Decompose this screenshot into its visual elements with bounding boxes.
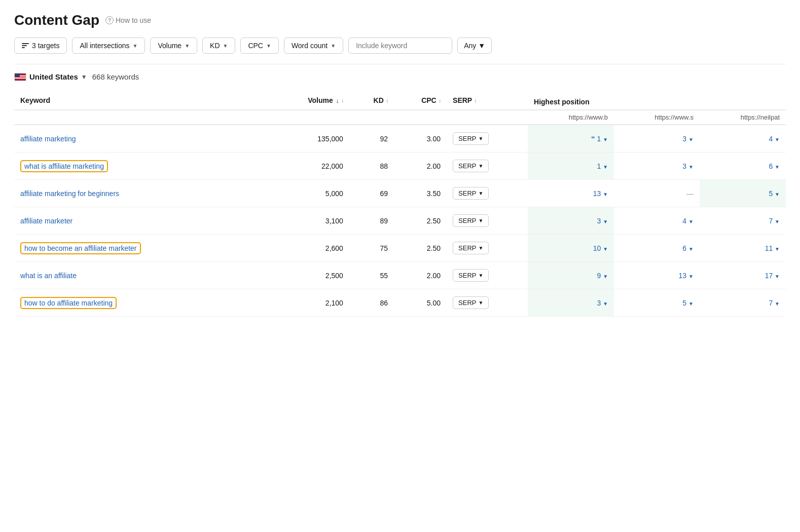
pos2-cell: 3 ▼ (614, 153, 700, 180)
page-title: Content Gap (14, 12, 99, 28)
pos1-cell: 9 ▼ (528, 262, 614, 289)
word-count-button[interactable]: Word count ▼ (284, 37, 343, 54)
keywords-count: 668 keywords (92, 72, 139, 81)
cpc-cell: 5.00 (394, 289, 447, 317)
kd-cell: 89 (349, 207, 394, 235)
volume-cell: 5,000 (270, 180, 349, 207)
volume-button[interactable]: Volume ▼ (150, 37, 197, 54)
us-flag-icon (14, 73, 26, 81)
kd-cell: 92 (349, 125, 394, 153)
volume-info-icon: i (342, 98, 343, 104)
serp-button[interactable]: SERP ▼ (453, 132, 489, 145)
serp-cell: SERP ▼ (447, 153, 528, 180)
serp-button[interactable]: SERP ▼ (453, 214, 489, 227)
cpc-button[interactable]: CPC ▼ (240, 37, 278, 54)
volume-cell: 3,100 (270, 207, 349, 235)
targets-button[interactable]: 3 targets (14, 37, 67, 54)
any-label: Any (464, 42, 476, 50)
table-row: what is affiliate marketing22,000882.00S… (14, 153, 786, 180)
pos3-cell: 4 ▼ (700, 125, 786, 153)
sub-col-3: https://neilpat (700, 110, 786, 125)
toolbar-divider (14, 64, 786, 64)
kd-cell: 55 (349, 262, 394, 289)
pos1-cell: “ 1 ▼ (528, 125, 614, 153)
volume-cell: 135,000 (270, 125, 349, 153)
cpc-header: CPC i (394, 91, 447, 110)
kd-label: KD (210, 42, 220, 50)
keyword-header: Keyword (14, 91, 270, 110)
question-icon: ? (105, 16, 114, 24)
keyword-cell: what is an affiliate (14, 262, 270, 289)
country-label: United States (29, 72, 78, 81)
volume-header: Volume ↓ i (270, 91, 349, 110)
volume-cell: 2,600 (270, 235, 349, 262)
serp-cell: SERP ▼ (447, 125, 528, 153)
cpc-cell: 2.50 (394, 235, 447, 262)
serp-button[interactable]: SERP ▼ (453, 160, 489, 172)
serp-cell: SERP ▼ (447, 207, 528, 235)
keyword-link[interactable]: affiliate marketer (20, 217, 72, 225)
keyword-link[interactable]: what is an affiliate (20, 272, 77, 280)
toolbar: 3 targets All intersections ▼ Volume ▼ K… (14, 37, 786, 54)
include-keyword-input[interactable] (348, 37, 452, 54)
location-button[interactable]: United States ▼ (14, 72, 87, 81)
serp-cell: SERP ▼ (447, 180, 528, 207)
cpc-cell: 3.50 (394, 180, 447, 207)
serp-button[interactable]: SERP ▼ (453, 242, 489, 254)
pos3-cell: 7 ▼ (700, 207, 786, 235)
sort-icon: ↓ (336, 97, 339, 104)
any-button[interactable]: Any ▼ (457, 37, 492, 54)
serp-button[interactable]: SERP ▼ (453, 187, 489, 200)
intersections-label: All intersections (80, 42, 129, 50)
pos1-cell: 3 ▼ (528, 207, 614, 235)
pos3-cell: 7 ▼ (700, 289, 786, 317)
kd-cell: 86 (349, 289, 394, 317)
location-row: United States ▼ 668 keywords (14, 72, 786, 81)
how-to-use-link[interactable]: ? How to use (105, 16, 151, 24)
intersections-button[interactable]: All intersections ▼ (72, 37, 145, 54)
cpc-cell: 2.00 (394, 262, 447, 289)
pos3-cell: 11 ▼ (700, 235, 786, 262)
table-row: affiliate marketing135,000923.00SERP ▼“ … (14, 125, 786, 153)
serp-cell: SERP ▼ (447, 235, 528, 262)
pos1-cell: 13 ▼ (528, 180, 614, 207)
keyword-cell: how to do affiliate marketing (14, 289, 270, 317)
chevron-down-icon: ▼ (133, 43, 138, 49)
keyword-link[interactable]: how to become an affiliate marketer (24, 244, 137, 252)
serp-button[interactable]: SERP ▼ (453, 269, 489, 282)
volume-cell: 22,000 (270, 153, 349, 180)
kd-cell: 69 (349, 180, 394, 207)
keyword-cell: what is affiliate marketing (14, 153, 270, 180)
chevron-down-icon: ▼ (185, 43, 190, 49)
sub-header-row: https://www.b https://www.s https://neil… (14, 110, 786, 125)
keyword-link[interactable]: what is affiliate marketing (24, 162, 104, 170)
serp-cell: SERP ▼ (447, 262, 528, 289)
cpc-cell: 2.00 (394, 153, 447, 180)
serp-cell: SERP ▼ (447, 289, 528, 317)
page-title-row: Content Gap ? How to use (14, 12, 786, 28)
keyword-cell: affiliate marketing (14, 125, 270, 153)
kd-button[interactable]: KD ▼ (202, 37, 235, 54)
pos3-cell: 17 ▼ (700, 262, 786, 289)
serp-info-icon: i (475, 98, 476, 104)
table-row: affiliate marketer3,100892.50SERP ▼3 ▼4 … (14, 207, 786, 235)
keyword-link[interactable]: affiliate marketing for beginners (20, 189, 119, 198)
how-to-use-label: How to use (116, 16, 151, 24)
pos3-cell: 5 ▼ (700, 180, 786, 207)
cpc-cell: 2.50 (394, 207, 447, 235)
volume-label: Volume (158, 42, 181, 50)
chevron-down-icon: ▼ (266, 43, 271, 49)
keyword-link[interactable]: how to do affiliate marketing (24, 299, 113, 307)
kd-cell: 88 (349, 153, 394, 180)
chevron-down-icon: ▼ (223, 43, 228, 49)
chevron-down-icon: ▼ (81, 73, 87, 81)
word-count-label: Word count (292, 42, 328, 50)
serp-button[interactable]: SERP ▼ (453, 296, 489, 309)
kd-header: KD i (349, 91, 394, 110)
keyword-link[interactable]: affiliate marketing (20, 135, 76, 143)
table-row: how to do affiliate marketing2,100865.00… (14, 289, 786, 317)
pos1-cell: 10 ▼ (528, 235, 614, 262)
targets-label: 3 targets (32, 42, 59, 50)
cpc-cell: 3.00 (394, 125, 447, 153)
pos2-cell: 4 ▼ (614, 207, 700, 235)
